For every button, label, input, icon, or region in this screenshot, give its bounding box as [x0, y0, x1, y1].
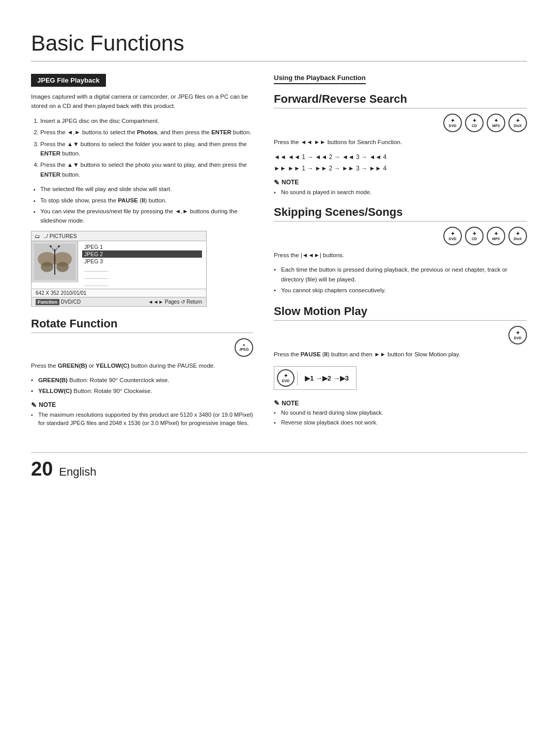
rotate-section: Rotate Function ✦ JPEG Press the GREEN(B… [31, 317, 253, 428]
svg-point-3 [41, 262, 53, 272]
file-item-1: JPEG 1 [82, 243, 202, 250]
slow-note: NOTE No sound is heard during slow playb… [274, 399, 527, 427]
slow-dvd-disc-icon: ✦ DVD [508, 326, 527, 344]
footer-right: ◄◄► Pages ↺ Return [148, 299, 202, 305]
skip-bullet-2: You cannot skip chapters consecutively. [274, 286, 527, 295]
forward-title: Forward/Reverse Search [274, 92, 527, 108]
search-arrows: ◄◄ ◄◄ 1 → ◄◄ 2 → ◄◄ 3 → ◄◄ 4 ►► ►► 1 → ►… [274, 152, 527, 174]
left-column: JPEG File Playback Images captured with … [31, 74, 253, 432]
rotate-title: Rotate Function [31, 317, 253, 333]
file-thumbnail [32, 241, 78, 282]
slow-note-1: No sound is heard during slow playback. [274, 408, 527, 417]
skip-cd-icon: ✦ CD [465, 227, 484, 245]
forward-disc-icons: ✦ DVD ✦ CD ✦ MP3 ✦ DivX [274, 114, 527, 132]
rewind-arrows: ◄◄ ◄◄ 1 → ◄◄ 2 → ◄◄ 3 → ◄◄ 4 [274, 152, 527, 163]
footer-left: Function DVD/CD [36, 299, 81, 305]
file-footer: Function DVD/CD ◄◄► Pages ↺ Return [32, 297, 206, 306]
rotate-bullets: GREEN(B) Button: Rotate 90° Counterclock… [31, 375, 253, 396]
slow-steps-text: ▶1 →▶2 →▶3 [297, 371, 356, 385]
bullet-1: The selected file will play and slide sh… [40, 184, 253, 194]
skip-divx-icon: ✦ DivX [508, 227, 527, 245]
file-item-2: JPEG 2 [82, 250, 202, 258]
file-browser-header: 🗂 ../ PICTURES [32, 231, 206, 241]
svg-point-4 [56, 262, 69, 272]
jpeg-disc-icon: ✦ JPEG [235, 338, 253, 357]
rotate-intro: Press the GREEN(B) or YELLOW(C) button d… [31, 361, 253, 370]
skip-mp3-icon: ✦ MP3 [487, 227, 505, 245]
folder-name: ../ PICTURES [43, 233, 77, 239]
forward-intro: Press the ◄◄ ►► buttons for Search Funct… [274, 137, 527, 147]
rotate-note-title: NOTE [31, 401, 253, 409]
forward-note: NOTE No sound is played in search mode. [274, 179, 527, 197]
step-3: Press the ▲▼ buttons to select the folde… [40, 139, 253, 159]
slow-intro: Press the PAUSE (II) button and then ►► … [274, 350, 527, 359]
slow-note-2: Reverse slow playback does not work. [274, 418, 527, 427]
file-item-4: ________ [82, 265, 202, 272]
page-footer: 20 English [31, 452, 527, 480]
slow-steps-box: ✦ DVD ▶1 →▶2 →▶3 [274, 366, 357, 390]
forward-note-title: NOTE [274, 179, 527, 186]
dvd-icon: ✦ DVD [443, 114, 462, 132]
file-item-6: ________ [82, 279, 202, 287]
file-info: 642 X 352 2010/01/01 [32, 289, 206, 297]
jpeg-header: JPEG File Playback [31, 74, 106, 87]
page-title: Basic Functions [31, 31, 527, 61]
playback-header: Using the Playback Function [274, 74, 366, 84]
file-item-5: ________ [82, 272, 202, 279]
page-number: 20 [31, 458, 53, 480]
file-item-3: JPEG 3 [82, 258, 202, 265]
jpeg-intro: Images captured with a digital camera or… [31, 92, 253, 111]
file-list: JPEG 1 JPEG 2 JPEG 3 ________ ________ _… [78, 241, 206, 289]
step-1: Insert a JPEG disc on the disc Compartme… [40, 116, 253, 125]
language-label: English [59, 465, 96, 479]
forward-arrows: ►► ►► 1 → ►► 2 → ►► 3 → ►► 4 [274, 163, 527, 175]
file-browser: 🗂 ../ PICTURES [31, 231, 207, 307]
skipping-intro: Press the |◄◄►| buttons. [274, 250, 527, 260]
rotate-note-text: The maximum resolutions supported by thi… [31, 411, 253, 428]
skip-dvd-icon: ✦ DVD [443, 227, 462, 245]
divx-icon: ✦ DivX [508, 114, 527, 132]
slow-note-title: NOTE [274, 399, 527, 407]
steps-list: Insert a JPEG disc on the disc Compartme… [40, 116, 253, 179]
rotate-note-section: NOTE The maximum resolutions supported b… [31, 401, 253, 428]
rotate-bullet-2: YELLOW(C) Button: Rotate 90° Clockwise. [31, 386, 253, 396]
mp3-icon: ✦ MP3 [487, 114, 505, 132]
slide-bullets: The selected file will play and slide sh… [40, 184, 253, 226]
skipping-title: Skipping Scenes/Songs [274, 206, 527, 222]
folder-icon: 🗂 [35, 233, 40, 239]
skipping-bullets: Each time the button is pressed during p… [274, 265, 527, 295]
rotate-bullet-1: GREEN(B) Button: Rotate 90° Counterclock… [31, 375, 253, 385]
step-2: Press the ◄,► buttons to select the Phot… [40, 128, 253, 137]
step-4: Press the ▲▼ buttons to select the photo… [40, 160, 253, 179]
skip-bullet-1: Each time the button is pressed during p… [274, 265, 527, 284]
svg-point-9 [58, 245, 60, 247]
thumbnail-image [34, 244, 75, 280]
file-browser-body: JPEG 1 JPEG 2 JPEG 3 ________ ________ _… [32, 241, 206, 289]
forward-note-text: No sound is played in search mode. [274, 188, 527, 197]
skipping-disc-icons: ✦ DVD ✦ CD ✦ MP3 ✦ DivX [274, 227, 527, 245]
rotate-disc-row: ✦ JPEG [31, 338, 253, 357]
slow-disc-icons: ✦ DVD [274, 326, 527, 344]
svg-point-8 [50, 245, 52, 247]
right-column: Using the Playback Function Forward/Reve… [274, 74, 527, 432]
cd-icon: ✦ CD [465, 114, 484, 132]
slow-title: Slow Motion Play [274, 305, 527, 321]
slow-steps-dvd: ✦ DVD [277, 369, 295, 387]
bullet-2: To stop slide show, press the PAUSE (II)… [40, 196, 253, 205]
bullet-3: You can view the previous/next file by p… [40, 207, 253, 226]
